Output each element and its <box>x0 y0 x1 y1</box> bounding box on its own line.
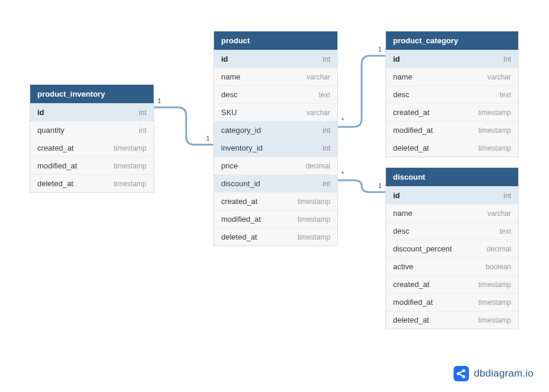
column-name: desc <box>393 90 409 99</box>
column-name: quantity <box>37 126 65 135</box>
column-type: timestamp <box>478 298 511 307</box>
column-type: decimal <box>306 162 330 170</box>
brand-logo[interactable]: dbdiagram.io <box>454 366 534 381</box>
table-row[interactable]: discount_percent decimal <box>386 240 518 257</box>
column-type: int <box>323 55 330 63</box>
column-type: timestamp <box>298 215 330 224</box>
table-row[interactable]: deleted_at timestamp <box>386 139 518 157</box>
column-name: name <box>393 72 413 81</box>
column-type: timestamp <box>478 316 511 324</box>
table-row[interactable]: deleted_at timestamp <box>30 174 154 192</box>
table-row[interactable]: modified_at timestamp <box>30 157 154 174</box>
table-row[interactable]: id int <box>386 186 518 204</box>
column-name: discount_percent <box>393 244 452 253</box>
table-product[interactable]: product id int name varchar desc text SK… <box>213 31 338 246</box>
table-discount[interactable]: discount id int name varchar desc text d… <box>385 167 519 329</box>
table-row[interactable]: created_at timestamp <box>386 103 518 121</box>
column-name: id <box>393 191 400 200</box>
column-name: created_at <box>37 144 74 152</box>
table-row[interactable]: deleted_at timestamp <box>214 228 337 246</box>
column-name: created_at <box>221 197 257 206</box>
share-icon <box>454 366 469 381</box>
cardinality-label: 1 <box>206 135 210 142</box>
column-name: desc <box>221 90 237 99</box>
table-row[interactable]: active boolean <box>386 257 518 275</box>
cardinality-label: 1 <box>378 46 382 53</box>
cardinality-label: * <box>341 171 344 177</box>
table-header: product <box>214 31 337 50</box>
table-row[interactable]: modified_at timestamp <box>386 121 518 139</box>
column-name: id <box>221 55 228 63</box>
column-name: created_at <box>393 108 429 117</box>
column-name: discount_id <box>221 179 260 188</box>
column-type: varchar <box>307 109 330 117</box>
column-name: deleted_at <box>393 315 429 324</box>
cardinality-label: 1 <box>378 183 382 189</box>
column-type: timestamp <box>298 197 330 206</box>
table-row[interactable]: quantity int <box>30 121 154 139</box>
column-name: inventory_id <box>221 144 263 152</box>
table-header: product_category <box>386 31 518 50</box>
table-product-inventory[interactable]: product_inventory id int quantity int cr… <box>30 84 154 193</box>
table-header: product_inventory <box>30 85 154 103</box>
table-row[interactable]: created_at timestamp <box>214 192 337 210</box>
table-row[interactable]: created_at timestamp <box>30 139 154 157</box>
column-type: varchar <box>487 209 511 218</box>
column-type: text <box>319 91 330 99</box>
column-type: varchar <box>487 73 511 81</box>
table-product-category[interactable]: product_category id int name varchar des… <box>385 31 519 157</box>
column-name: active <box>393 262 413 271</box>
column-name: name <box>393 209 413 218</box>
table-row[interactable]: desc text <box>214 85 337 103</box>
column-type: int <box>503 192 511 200</box>
table-row[interactable]: id int <box>214 50 337 68</box>
column-type: text <box>500 227 511 235</box>
column-type: int <box>139 109 146 117</box>
table-row[interactable]: name varchar <box>214 68 337 85</box>
table-row[interactable]: modified_at timestamp <box>214 210 337 228</box>
table-row[interactable]: name varchar <box>386 68 518 85</box>
column-name: deleted_at <box>221 232 257 241</box>
table-header: discount <box>386 168 518 186</box>
column-type: boolean <box>486 263 511 271</box>
column-name: price <box>221 161 238 170</box>
column-name: deleted_at <box>37 179 74 188</box>
table-row[interactable]: category_id int <box>214 121 337 139</box>
column-name: desc <box>393 227 409 235</box>
column-type: int <box>139 126 146 135</box>
table-row[interactable]: inventory_id int <box>214 139 337 157</box>
column-type: timestamp <box>478 144 511 152</box>
table-row[interactable]: SKU varchar <box>214 103 337 121</box>
column-type: int <box>503 55 511 63</box>
table-row[interactable]: name varchar <box>386 204 518 222</box>
column-name: created_at <box>393 280 429 289</box>
column-type: int <box>323 180 330 188</box>
cardinality-label: * <box>341 117 344 124</box>
er-diagram-canvas[interactable]: product_inventory id int quantity int cr… <box>0 0 549 392</box>
column-name: id <box>37 108 44 117</box>
table-row[interactable]: deleted_at timestamp <box>386 311 518 329</box>
column-type: varchar <box>307 73 330 81</box>
column-type: int <box>323 126 330 135</box>
column-type: timestamp <box>114 180 146 188</box>
table-row[interactable]: created_at timestamp <box>386 275 518 293</box>
column-type: timestamp <box>478 126 511 135</box>
table-row[interactable]: modified_at timestamp <box>386 293 518 311</box>
column-name: name <box>221 72 241 81</box>
table-row[interactable]: desc text <box>386 222 518 240</box>
table-row[interactable]: discount_id int <box>214 174 337 192</box>
table-row[interactable]: price decimal <box>214 157 337 174</box>
brand-text: dbdiagram.io <box>474 368 534 380</box>
column-name: category_id <box>221 126 261 135</box>
column-name: modified_at <box>393 126 433 135</box>
table-row[interactable]: id int <box>386 50 518 68</box>
table-row[interactable]: desc text <box>386 85 518 103</box>
column-name: SKU <box>221 108 237 117</box>
column-type: timestamp <box>478 109 511 117</box>
column-name: modified_at <box>221 215 261 224</box>
column-type: text <box>500 91 511 99</box>
column-type: timestamp <box>298 233 330 241</box>
column-name: modified_at <box>37 161 77 170</box>
column-name: id <box>393 55 400 63</box>
table-row[interactable]: id int <box>30 103 154 121</box>
